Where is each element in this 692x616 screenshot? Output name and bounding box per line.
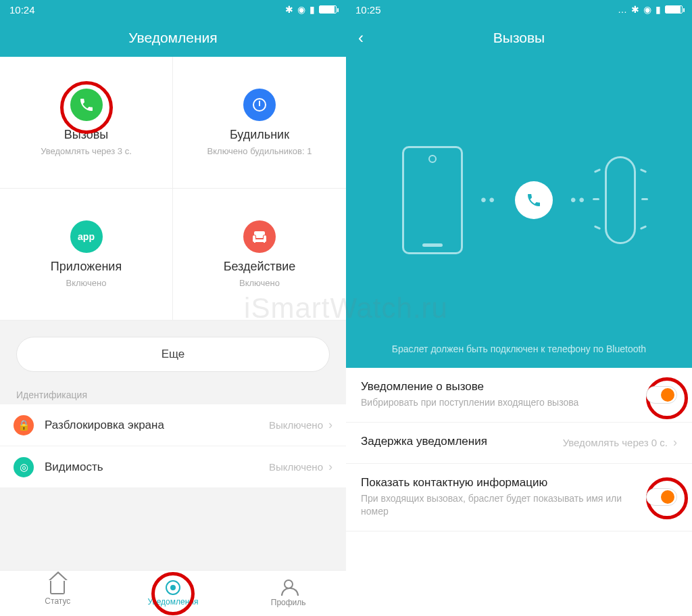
nav-profile[interactable]: Профиль: [230, 571, 346, 616]
status-time: 10:25: [355, 4, 381, 16]
setting-sub: При входящих вызовах, браслет будет пока…: [361, 492, 638, 519]
tile-title: Вызовы: [64, 128, 109, 142]
status-time: 10:24: [9, 4, 35, 16]
row-value: Выключено: [269, 461, 323, 473]
visibility-icon: ◎: [14, 457, 34, 477]
tile-sub: Включено: [239, 278, 280, 288]
battery-icon: [319, 5, 337, 14]
chevron-right-icon: ›: [673, 435, 677, 450]
chevron-right-icon: ›: [328, 418, 332, 432]
chevron-right-icon: ›: [328, 460, 332, 474]
bluetooth-icon: ✱: [631, 4, 639, 15]
page-header: ‹ Вызовы: [346, 19, 692, 57]
signal-icon: ▮: [656, 4, 661, 15]
row-title: Видимость: [45, 460, 269, 474]
tile-sub: Включено будильников: 1: [207, 146, 312, 156]
alarm-icon: [243, 89, 276, 121]
dots-icon: ••: [570, 191, 587, 210]
setting-call-notify[interactable]: Уведомление о вызове Вибрировать при пос…: [346, 368, 692, 423]
wifi-icon: ◉: [643, 4, 651, 15]
tile-alarm[interactable]: Будильник Включено будильников: 1: [173, 57, 346, 189]
tile-title: Бездействие: [224, 260, 296, 274]
band-icon-group: [605, 156, 636, 244]
app-icon: app: [70, 220, 103, 253]
section-label: Идентификация: [0, 381, 346, 404]
page-title: Уведомления: [128, 30, 217, 46]
hero-illustration: •• ••: [402, 57, 636, 343]
lock-icon: 🔒: [14, 415, 34, 435]
nav-notifications[interactable]: Уведомления: [116, 571, 231, 616]
tile-sub: Уведомлять через 3 с.: [41, 146, 132, 156]
tile-title: Приложения: [51, 260, 122, 274]
notification-tiles: Вызовы Уведомлять через 3 с. Будильник В…: [0, 57, 346, 321]
row-title: Разблокировка экрана: [45, 419, 269, 432]
screen-calls: 10:25 … ✱ ◉ ▮ ‹ Вызовы •• ••: [346, 0, 692, 616]
hero-section: •• •• Браслет должен быть подключен к те…: [346, 57, 692, 368]
status-bar: 10:24 ✱ ◉ ▮: [0, 0, 346, 19]
setting-title: Задержка уведомления: [361, 435, 555, 448]
phone-icon: [70, 89, 103, 121]
setting-delay[interactable]: Задержка уведомления Уведомлять через 0 …: [346, 423, 692, 464]
tile-calls[interactable]: Вызовы Уведомлять через 3 с.: [0, 57, 173, 189]
page-header: Уведомления: [0, 19, 346, 57]
hero-note: Браслет должен быть подключен к телефону…: [378, 343, 660, 354]
toggle-contact-info[interactable]: [646, 488, 677, 506]
couch-icon: [243, 220, 276, 253]
row-visibility[interactable]: ◎ Видимость Выключено ›: [0, 446, 346, 488]
wifi-icon: ◉: [297, 4, 305, 15]
tile-title: Будильник: [230, 128, 289, 142]
tile-sub: Включено: [66, 278, 107, 288]
target-icon: [166, 580, 180, 595]
tile-idle[interactable]: Бездействие Включено: [173, 189, 346, 321]
page-title: Вызовы: [493, 30, 545, 46]
setting-title: Уведомление о вызове: [361, 380, 638, 394]
call-circle-icon: [515, 181, 553, 219]
battery-icon: [665, 5, 683, 14]
more-button[interactable]: Еще: [16, 337, 330, 372]
status-icons: ✱ ◉ ▮: [285, 4, 337, 15]
signal-icon: ▮: [310, 4, 315, 15]
nav-status[interactable]: Статус: [0, 571, 116, 616]
band-outline-icon: [605, 156, 636, 244]
row-unlock[interactable]: 🔒 Разблокировка экрана Выключено ›: [0, 404, 346, 446]
setting-value: Уведомлять через 0 с.: [563, 437, 668, 448]
setting-contact-info[interactable]: Показать контактную информацию При входя…: [346, 464, 692, 531]
status-bar: 10:25 … ✱ ◉ ▮: [346, 0, 692, 19]
toggle-call-notify[interactable]: [646, 386, 677, 404]
tile-apps[interactable]: app Приложения Включено: [0, 189, 173, 321]
row-value: Выключено: [269, 419, 323, 431]
dots-icon: ••: [480, 191, 497, 210]
dots-icon: …: [618, 4, 627, 15]
back-button[interactable]: ‹: [358, 30, 364, 46]
status-icons: … ✱ ◉ ▮: [618, 4, 683, 15]
bluetooth-icon: ✱: [285, 4, 293, 15]
home-icon: [50, 581, 65, 594]
profile-icon: [281, 579, 296, 596]
bottom-nav: Статус Уведомления Профиль: [0, 570, 346, 616]
setting-title: Показать контактную информацию: [361, 476, 638, 490]
screen-notifications: 10:24 ✱ ◉ ▮ Уведомления Вызовы Уведомлят…: [0, 0, 346, 616]
setting-sub: Вибрировать при поступлении входящего вы…: [361, 396, 638, 410]
phone-outline-icon: [402, 146, 463, 254]
